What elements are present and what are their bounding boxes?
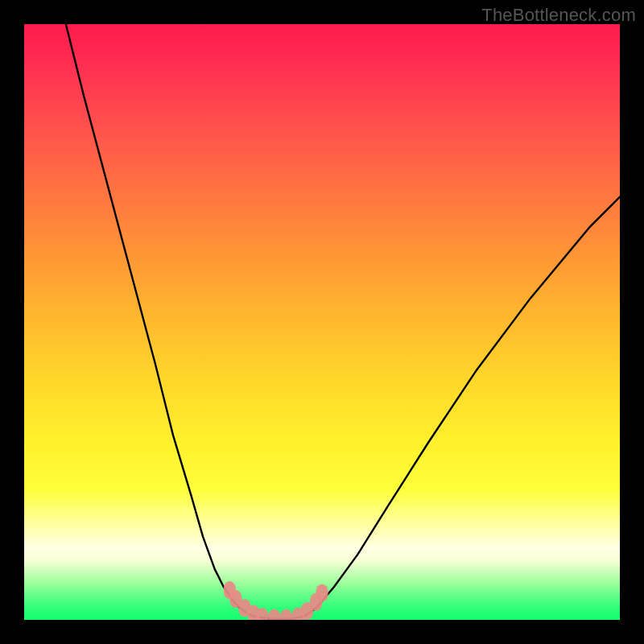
bottleneck-curve [66,24,620,619]
chart-stage: TheBottleneck.com [0,0,644,644]
curve-overlay [24,24,620,620]
valley-marker-group [224,581,328,620]
valley-marker [316,584,328,602]
valley-marker [280,609,292,620]
attribution-watermark: TheBottleneck.com [481,5,636,26]
valley-marker [268,609,280,620]
